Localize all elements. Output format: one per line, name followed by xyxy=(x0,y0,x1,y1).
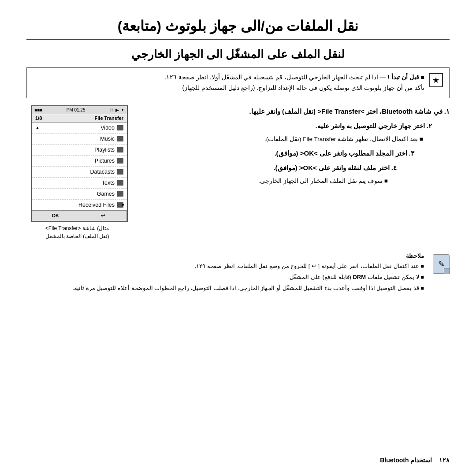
device-time: 01:25 PM xyxy=(67,108,86,112)
folder-icon-datacasts xyxy=(117,169,123,175)
notes-icon: ✎ xyxy=(433,254,450,274)
step1-text-start: في شاشة Bluetooth، اختر > xyxy=(361,108,442,115)
note-item-3: قد يفصل التوصيل اذا أوقفت وأعدت بدء التش… xyxy=(26,283,424,293)
warning-box: ★ ■ قبل أن تبدأ ! — اذا لم تبحث الجهاز ا… xyxy=(26,67,450,98)
step3-bold: OK xyxy=(304,149,314,157)
menu-label-music: Music xyxy=(100,136,115,142)
page-container: نقل الملفات من/الى جهاز بلوتوث (متابعة) … xyxy=(0,0,476,476)
notes-label: ملاحظة xyxy=(26,253,424,259)
menu-item-video[interactable]: Video ▲ xyxy=(32,123,127,134)
content-area: ١. في شاشة Bluetooth، اختر >File Transfe… xyxy=(26,105,450,240)
device-title-bar: File Transfer 1/8 xyxy=(32,114,127,123)
play-icon: ▶ xyxy=(115,108,119,112)
folder-icon-music xyxy=(117,136,123,141)
page-footer: ١٢٨ _ استخدام Bluetooth xyxy=(0,452,476,464)
pause-icon: ⏸ xyxy=(109,108,114,112)
device-page: 1/8 xyxy=(35,115,42,121)
menu-label-texts: Texts xyxy=(102,180,115,186)
menu-item-datacasts[interactable]: Datacasts xyxy=(32,167,127,178)
ok-button[interactable]: OK xyxy=(32,211,79,221)
step-2: ٢. اختر جهاز خارجي للتوصيل به وانقر عليه… xyxy=(137,120,432,132)
note-item-2: لا يمكن تشغيل ملفات DRM (قابلة للدفع) عل… xyxy=(26,272,424,282)
menu-label-pictures: Pictures xyxy=(95,158,115,164)
folder-icon-games xyxy=(117,191,123,197)
folder-icon-playlists xyxy=(117,147,123,152)
text-column: ١. في شاشة Bluetooth، اختر >File Transfe… xyxy=(137,105,450,240)
step-2-sub: بعد اكتمال الاتصال، تظهر شاشة File Trans… xyxy=(137,134,423,145)
menu-item-received-files[interactable]: Received Files ▼ xyxy=(32,200,127,210)
device-battery: ■■■ xyxy=(34,108,42,112)
bluetooth-icon: ✦ xyxy=(121,108,124,112)
step-3: ٣. اختر المجلد المطلوب وانقر على >OK< (م… xyxy=(137,147,414,159)
device-title: File Transfer xyxy=(95,115,123,121)
step4-num: ٤. xyxy=(391,164,397,171)
device-caption: مثال) شاشة <File Transfer> (نقل الملف) ا… xyxy=(26,224,128,240)
menu-item-pictures[interactable]: Pictures xyxy=(32,156,127,167)
menu-label-received: Received Files xyxy=(78,202,115,208)
folder-icon-texts xyxy=(117,180,123,186)
note-item-1: عند اكتمال نقل الملفات، انقر على أيقونة … xyxy=(26,261,424,271)
step2-num: ٢. xyxy=(427,122,432,130)
step3-num: ٣. xyxy=(409,149,414,157)
device-header: ✦ ▶ ⏸ 01:25 PM ■■■ xyxy=(32,106,127,114)
step-4: ٤. اختر ملف لنقله وانقر على >OK< (موافق)… xyxy=(137,162,397,174)
device-column: ✦ ▶ ⏸ 01:25 PM ■■■ File Transfer 1/8 xyxy=(26,105,128,240)
star-icon: ★ xyxy=(429,73,443,87)
footer-text: ١٢٨ _ استخدام Bluetooth xyxy=(380,457,450,464)
caption-line2: (نقل الملف) الخاصة بالمشغل xyxy=(45,233,109,239)
step1-text-end: < (نقل الملف) وانقر عليها. xyxy=(249,108,321,115)
step2-text: اختر جهاز خارجي للتوصيل به وانقر عليه. xyxy=(315,122,424,130)
step-1: ١. في شاشة Bluetooth، اختر >File Transfe… xyxy=(137,105,450,117)
step3-text-end: < (موافق). xyxy=(274,149,304,157)
menu-item-playlists[interactable]: Playlists xyxy=(32,145,127,156)
section-title: لنقل الملف على المشغّل الى الجهاز الخارج… xyxy=(26,48,450,61)
device-header-icons: ✦ ▶ ⏸ xyxy=(109,108,124,112)
back-button[interactable]: ↩ xyxy=(79,211,127,221)
scroll-up: ▲ xyxy=(35,125,40,130)
notes-text: ملاحظة عند اكتمال نقل الملفات، انقر على … xyxy=(26,253,424,294)
warning-text: ■ قبل أن تبدأ ! — اذا لم تبحث الجهاز الخ… xyxy=(164,72,424,93)
step4-text-end: < (موافق). xyxy=(273,164,303,171)
scroll-down-icon: ▼ xyxy=(121,202,125,207)
step3-text-start: اختر المجلد المطلوب وانقر على > xyxy=(314,149,407,157)
menu-item-music[interactable]: Music xyxy=(32,134,127,145)
notes-section: ✎ ملاحظة عند اكتمال نقل الملفات، انقر عل… xyxy=(26,248,450,299)
folder-icon-video xyxy=(117,125,123,130)
device-footer: ↩ OK xyxy=(32,210,127,221)
notes-icon-container: ✎ xyxy=(430,253,450,275)
device-screen: ✦ ▶ ⏸ 01:25 PM ■■■ File Transfer 1/8 xyxy=(31,105,128,222)
title-divider xyxy=(26,39,450,40)
folder-icon-pictures xyxy=(117,158,123,164)
step4-bold: OK xyxy=(303,164,313,171)
step4-text-start: اختر ملف لنقله وانقر على > xyxy=(313,164,390,171)
menu-label-playlists: Playlists xyxy=(94,147,115,153)
step-4-sub: سوف يتم نقل الملف المختار الى الجهاز الخ… xyxy=(137,176,388,186)
step1-bold: File Transfer xyxy=(321,108,361,115)
menu-label-datacasts: Datacasts xyxy=(90,169,115,175)
device-menu-list: Video ▲ Music Playlists Pictures xyxy=(32,123,127,210)
menu-label-games: Games xyxy=(97,191,115,197)
menu-item-texts[interactable]: Texts xyxy=(32,178,127,189)
caption-line1: مثال) شاشة <File Transfer> xyxy=(45,225,109,231)
main-title: نقل الملفات من/الى جهاز بلوتوث (متابعة) xyxy=(26,18,450,34)
step1-num: ١. xyxy=(444,108,450,115)
menu-item-games[interactable]: Games xyxy=(32,189,127,200)
warning-bold: ■ قبل أن تبدأ ! xyxy=(387,74,424,81)
menu-label-video: Video xyxy=(100,125,115,131)
